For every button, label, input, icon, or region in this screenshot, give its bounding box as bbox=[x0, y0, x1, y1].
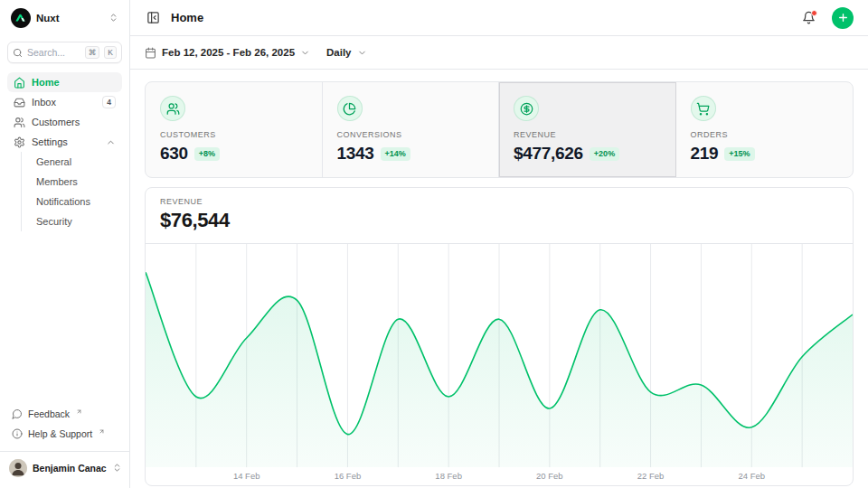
sidebar-spacer bbox=[7, 231, 122, 404]
chevron-down-icon bbox=[357, 48, 367, 58]
stat-value: 1343 bbox=[337, 144, 374, 164]
sidebar-item-inbox[interactable]: Inbox 4 bbox=[7, 92, 122, 112]
chart-plot-area[interactable] bbox=[146, 244, 853, 467]
pie-chart-icon bbox=[337, 96, 363, 121]
circle-dollar-icon bbox=[514, 96, 539, 121]
notifications-button[interactable] bbox=[800, 9, 817, 26]
stat-delta-badge: +15% bbox=[724, 147, 754, 161]
stat-card-orders[interactable]: ORDERS 219 +15% bbox=[676, 82, 854, 177]
kbd-cmd: ⌘ bbox=[85, 46, 100, 59]
stat-card-conversions[interactable]: CONVERSIONS 1343 +14% bbox=[323, 82, 500, 177]
workspace-name: Nuxt bbox=[36, 13, 103, 23]
stat-delta-badge: +14% bbox=[381, 147, 410, 161]
stat-delta-badge: +8% bbox=[194, 147, 220, 161]
chart-metric-value: $76,544 bbox=[160, 209, 838, 232]
sidebar-item-customers[interactable]: Customers bbox=[7, 112, 122, 132]
chart-header: REVENUE $76,544 bbox=[146, 188, 853, 244]
stat-value: 219 bbox=[691, 144, 719, 164]
sidebar-item-label: Settings bbox=[32, 136, 99, 147]
inbox-icon bbox=[14, 97, 25, 108]
stat-value: 630 bbox=[160, 144, 188, 164]
filter-toolbar: Feb 12, 2025 - Feb 26, 2025 Daily bbox=[130, 36, 868, 70]
workspace-switcher[interactable]: Nuxt bbox=[7, 7, 122, 29]
x-axis-label: 14 Feb bbox=[233, 471, 260, 481]
sidebar-item-label: Security bbox=[36, 216, 72, 227]
sidebar: Nuxt Search... ⌘ K Home Inbox 4 bbox=[0, 0, 130, 488]
dashboard-content: CUSTOMERS 630 +8% CONVERSIONS 1343 +14% bbox=[130, 70, 868, 488]
topbar: Home bbox=[130, 0, 868, 36]
users-icon bbox=[14, 117, 25, 128]
chevron-up-down-icon bbox=[108, 10, 118, 26]
settings-submenu: General Members Notifications Security bbox=[21, 152, 122, 231]
sidebar-item-settings[interactable]: Settings bbox=[7, 132, 122, 152]
plus-icon bbox=[837, 12, 849, 23]
stat-card-revenue[interactable]: REVENUE $477,626 +20% bbox=[499, 82, 676, 177]
user-name: Benjamin Canac bbox=[33, 463, 107, 474]
stat-label: ORDERS bbox=[691, 130, 839, 139]
help-support-link[interactable]: Help & Support bbox=[7, 424, 122, 444]
sidebar-item-label: Customers bbox=[32, 117, 116, 127]
external-link-icon bbox=[76, 406, 82, 417]
sidebar-item-general[interactable]: General bbox=[22, 152, 122, 172]
stat-label: CUSTOMERS bbox=[160, 130, 307, 139]
stat-label: CONVERSIONS bbox=[337, 130, 485, 139]
feedback-link[interactable]: Feedback bbox=[7, 404, 122, 424]
info-circle-icon bbox=[12, 428, 23, 439]
chevron-up-down-icon bbox=[112, 460, 122, 476]
granularity-select[interactable]: Daily bbox=[326, 47, 367, 58]
stat-label: REVENUE bbox=[514, 130, 661, 139]
stat-delta-badge: +20% bbox=[590, 147, 619, 161]
page-title: Home bbox=[171, 11, 791, 24]
sidebar-item-label: Members bbox=[36, 176, 78, 187]
panel-left-close-icon bbox=[146, 11, 160, 24]
chevron-up-icon bbox=[106, 137, 116, 147]
avatar bbox=[9, 459, 27, 477]
gear-icon bbox=[14, 136, 25, 148]
x-axis-label: 22 Feb bbox=[637, 471, 665, 481]
sidebar-nav: Home Inbox 4 Customers Settings General bbox=[7, 72, 122, 231]
sidebar-item-home[interactable]: Home bbox=[7, 72, 122, 92]
nuxt-logo bbox=[11, 8, 31, 28]
main-panel: Home Feb 12, 2025 - Feb 26, 2025 Daily bbox=[130, 0, 868, 488]
help-support-label: Help & Support bbox=[28, 428, 92, 439]
chart-metric-label: REVENUE bbox=[160, 197, 838, 206]
sidebar-item-label: General bbox=[36, 156, 71, 167]
inbox-count-badge: 4 bbox=[102, 96, 116, 108]
message-circle-icon bbox=[12, 408, 23, 419]
add-button[interactable] bbox=[832, 7, 854, 29]
sidebar-item-label: Notifications bbox=[36, 196, 90, 207]
kbd-k: K bbox=[104, 46, 117, 59]
app-window: Nuxt Search... ⌘ K Home Inbox 4 bbox=[0, 0, 868, 488]
search-placeholder: Search... bbox=[27, 47, 80, 58]
x-axis-label: 20 Feb bbox=[536, 471, 563, 481]
home-icon bbox=[14, 77, 25, 89]
search-icon bbox=[13, 48, 23, 58]
sidebar-item-label: Inbox bbox=[32, 97, 96, 108]
x-axis-label: 18 Feb bbox=[435, 471, 462, 481]
calendar-icon bbox=[145, 47, 156, 59]
revenue-chart-card: REVENUE $76,544 14 Feb16 Feb18 Feb20 Feb… bbox=[145, 187, 854, 486]
sidebar-item-notifications[interactable]: Notifications bbox=[22, 192, 122, 211]
sidebar-collapse-button[interactable] bbox=[145, 9, 162, 26]
external-link-icon bbox=[99, 426, 105, 436]
chevron-down-icon bbox=[300, 48, 310, 58]
date-range-picker[interactable]: Feb 12, 2025 - Feb 26, 2025 bbox=[145, 47, 310, 59]
x-axis-label: 24 Feb bbox=[738, 471, 765, 481]
sidebar-item-security[interactable]: Security bbox=[22, 211, 122, 231]
users-icon bbox=[160, 96, 185, 121]
notification-dot bbox=[811, 10, 817, 16]
stat-card-customers[interactable]: CUSTOMERS 630 +8% bbox=[146, 82, 323, 177]
x-axis: 14 Feb16 Feb18 Feb20 Feb22 Feb24 Feb bbox=[146, 467, 853, 485]
user-menu[interactable]: Benjamin Canac bbox=[0, 451, 129, 481]
date-range-value: Feb 12, 2025 - Feb 26, 2025 bbox=[162, 47, 295, 58]
cart-icon bbox=[691, 96, 716, 121]
revenue-area-chart bbox=[146, 244, 853, 467]
sidebar-item-members[interactable]: Members bbox=[22, 172, 122, 192]
stats-group: CUSTOMERS 630 +8% CONVERSIONS 1343 +14% bbox=[145, 81, 854, 178]
feedback-label: Feedback bbox=[28, 408, 70, 419]
search-input[interactable]: Search... ⌘ K bbox=[7, 42, 122, 63]
sidebar-item-label: Home bbox=[32, 77, 116, 88]
granularity-value: Daily bbox=[326, 47, 352, 58]
x-axis-label: 16 Feb bbox=[335, 471, 362, 481]
stat-value: $477,626 bbox=[514, 144, 583, 164]
